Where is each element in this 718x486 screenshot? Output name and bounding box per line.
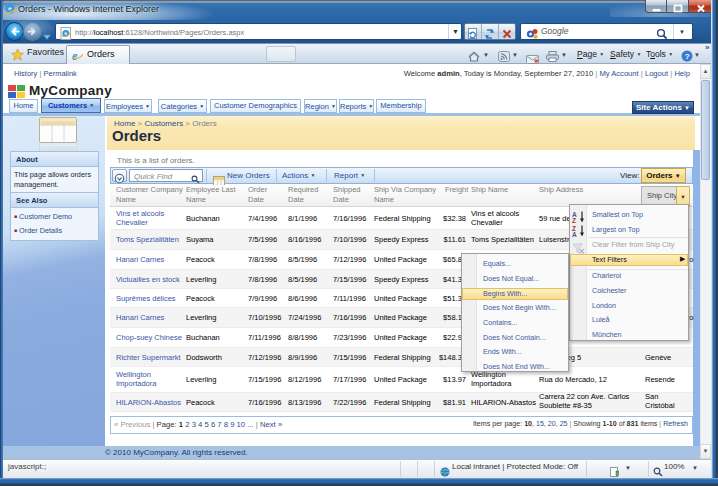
svg-text:A: A [572,231,577,238]
svg-text:?: ? [685,52,690,61]
svg-text:e: e [72,50,78,62]
